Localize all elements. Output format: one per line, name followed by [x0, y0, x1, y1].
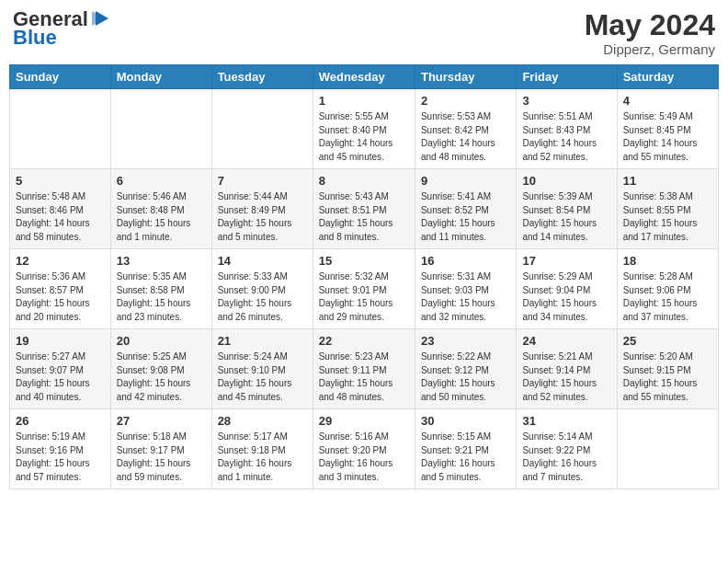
day-info: Sunrise: 5:33 AMSunset: 9:00 PMDaylight:… — [218, 270, 307, 324]
day-info: Sunrise: 5:23 AMSunset: 9:11 PMDaylight:… — [319, 350, 409, 404]
calendar-cell: 14Sunrise: 5:33 AMSunset: 9:00 PMDayligh… — [211, 249, 313, 329]
calendar-cell: 29Sunrise: 5:16 AMSunset: 9:20 PMDayligh… — [313, 409, 415, 489]
logo: General Blue — [13, 9, 110, 50]
day-info: Sunrise: 5:29 AMSunset: 9:04 PMDaylight:… — [522, 270, 610, 324]
week-row-2: 5Sunrise: 5:48 AMSunset: 8:46 PMDaylight… — [10, 169, 719, 249]
day-number: 11 — [623, 174, 712, 188]
day-info: Sunrise: 5:36 AMSunset: 8:57 PMDaylight:… — [16, 270, 105, 324]
day-info: Sunrise: 5:35 AMSunset: 8:58 PMDaylight:… — [117, 270, 206, 324]
day-info: Sunrise: 5:20 AMSunset: 9:15 PMDaylight:… — [623, 350, 712, 404]
week-row-1: 1Sunrise: 5:55 AMSunset: 8:40 PMDaylight… — [10, 89, 719, 169]
day-info: Sunrise: 5:22 AMSunset: 9:12 PMDaylight:… — [421, 350, 510, 404]
weekday-header-row: SundayMondayTuesdayWednesdayThursdayFrid… — [10, 65, 719, 89]
week-row-5: 26Sunrise: 5:19 AMSunset: 9:16 PMDayligh… — [10, 409, 719, 489]
calendar-cell: 22Sunrise: 5:23 AMSunset: 9:11 PMDayligh… — [313, 329, 415, 409]
day-number: 12 — [16, 254, 105, 268]
weekday-header-sunday: Sunday — [10, 65, 111, 89]
weekday-header-tuesday: Tuesday — [211, 65, 313, 89]
calendar-cell: 30Sunrise: 5:15 AMSunset: 9:21 PMDayligh… — [415, 409, 516, 489]
day-info: Sunrise: 5:18 AMSunset: 9:17 PMDaylight:… — [117, 431, 206, 484]
calendar-cell: 27Sunrise: 5:18 AMSunset: 9:17 PMDayligh… — [110, 409, 211, 489]
location: Dipperz, Germany — [585, 41, 715, 57]
logo-blue: Blue — [13, 26, 57, 50]
day-number: 3 — [522, 94, 610, 108]
day-info: Sunrise: 5:27 AMSunset: 9:07 PMDaylight:… — [16, 350, 105, 404]
day-number: 19 — [16, 334, 105, 348]
calendar-cell: 2Sunrise: 5:53 AMSunset: 8:42 PMDaylight… — [415, 89, 516, 169]
calendar-cell: 9Sunrise: 5:41 AMSunset: 8:52 PMDaylight… — [415, 169, 516, 249]
day-number: 20 — [117, 334, 206, 348]
day-number: 13 — [117, 254, 206, 268]
calendar-cell: 15Sunrise: 5:32 AMSunset: 9:01 PMDayligh… — [313, 249, 415, 329]
calendar-cell: 24Sunrise: 5:21 AMSunset: 9:14 PMDayligh… — [517, 329, 617, 409]
calendar-cell — [617, 409, 718, 489]
day-info: Sunrise: 5:53 AMSunset: 8:42 PMDaylight:… — [421, 110, 510, 164]
calendar-cell — [211, 89, 313, 169]
day-info: Sunrise: 5:14 AMSunset: 9:22 PMDaylight:… — [522, 431, 610, 484]
day-info: Sunrise: 5:19 AMSunset: 9:16 PMDaylight:… — [16, 431, 105, 484]
calendar-cell: 18Sunrise: 5:28 AMSunset: 9:06 PMDayligh… — [617, 249, 718, 329]
day-info: Sunrise: 5:24 AMSunset: 9:10 PMDaylight:… — [218, 350, 307, 404]
day-number: 29 — [319, 414, 409, 428]
calendar-cell: 26Sunrise: 5:19 AMSunset: 9:16 PMDayligh… — [10, 409, 111, 489]
calendar-cell: 1Sunrise: 5:55 AMSunset: 8:40 PMDaylight… — [313, 89, 415, 169]
day-info: Sunrise: 5:38 AMSunset: 8:55 PMDaylight:… — [623, 190, 712, 244]
day-number: 6 — [117, 174, 206, 188]
week-row-4: 19Sunrise: 5:27 AMSunset: 9:07 PMDayligh… — [10, 329, 719, 409]
weekday-header-monday: Monday — [110, 65, 211, 89]
day-info: Sunrise: 5:17 AMSunset: 9:18 PMDaylight:… — [218, 431, 307, 484]
calendar-cell: 13Sunrise: 5:35 AMSunset: 8:58 PMDayligh… — [110, 249, 211, 329]
day-info: Sunrise: 5:51 AMSunset: 8:43 PMDaylight:… — [522, 110, 610, 164]
day-info: Sunrise: 5:21 AMSunset: 9:14 PMDaylight:… — [522, 350, 610, 404]
day-number: 22 — [319, 334, 409, 348]
weekday-header-friday: Friday — [517, 65, 617, 89]
weekday-header-saturday: Saturday — [617, 65, 718, 89]
calendar-cell: 8Sunrise: 5:43 AMSunset: 8:51 PMDaylight… — [313, 169, 415, 249]
day-info: Sunrise: 5:39 AMSunset: 8:54 PMDaylight:… — [522, 190, 610, 244]
day-number: 8 — [319, 174, 409, 188]
calendar-cell: 31Sunrise: 5:14 AMSunset: 9:22 PMDayligh… — [517, 409, 617, 489]
calendar-cell: 19Sunrise: 5:27 AMSunset: 9:07 PMDayligh… — [10, 329, 111, 409]
calendar-cell: 11Sunrise: 5:38 AMSunset: 8:55 PMDayligh… — [617, 169, 718, 249]
calendar-cell: 25Sunrise: 5:20 AMSunset: 9:15 PMDayligh… — [617, 329, 718, 409]
calendar-cell: 16Sunrise: 5:31 AMSunset: 9:03 PMDayligh… — [415, 249, 516, 329]
day-number: 15 — [319, 254, 409, 268]
day-info: Sunrise: 5:43 AMSunset: 8:51 PMDaylight:… — [319, 190, 409, 244]
logo-icon — [90, 9, 110, 29]
week-row-3: 12Sunrise: 5:36 AMSunset: 8:57 PMDayligh… — [10, 249, 719, 329]
day-info: Sunrise: 5:28 AMSunset: 9:06 PMDaylight:… — [623, 270, 712, 324]
calendar-cell: 4Sunrise: 5:49 AMSunset: 8:45 PMDaylight… — [617, 89, 718, 169]
day-number: 23 — [421, 334, 510, 348]
day-info: Sunrise: 5:25 AMSunset: 9:08 PMDaylight:… — [117, 350, 206, 404]
calendar-cell: 5Sunrise: 5:48 AMSunset: 8:46 PMDaylight… — [10, 169, 111, 249]
title-area: May 2024 Dipperz, Germany — [585, 9, 715, 57]
calendar-cell: 23Sunrise: 5:22 AMSunset: 9:12 PMDayligh… — [415, 329, 516, 409]
month-title: May 2024 — [585, 9, 715, 41]
calendar-cell: 6Sunrise: 5:46 AMSunset: 8:48 PMDaylight… — [110, 169, 211, 249]
day-number: 26 — [16, 414, 105, 428]
day-info: Sunrise: 5:49 AMSunset: 8:45 PMDaylight:… — [623, 110, 712, 164]
day-number: 5 — [16, 174, 105, 188]
day-number: 25 — [623, 334, 712, 348]
day-number: 2 — [421, 94, 510, 108]
day-info: Sunrise: 5:46 AMSunset: 8:48 PMDaylight:… — [117, 190, 206, 244]
day-info: Sunrise: 5:48 AMSunset: 8:46 PMDaylight:… — [16, 190, 105, 244]
weekday-header-thursday: Thursday — [415, 65, 516, 89]
calendar-cell: 3Sunrise: 5:51 AMSunset: 8:43 PMDaylight… — [517, 89, 617, 169]
day-number: 30 — [421, 414, 510, 428]
calendar: SundayMondayTuesdayWednesdayThursdayFrid… — [9, 64, 719, 489]
calendar-cell: 21Sunrise: 5:24 AMSunset: 9:10 PMDayligh… — [211, 329, 313, 409]
day-number: 4 — [623, 94, 712, 108]
day-info: Sunrise: 5:15 AMSunset: 9:21 PMDaylight:… — [421, 431, 510, 484]
calendar-cell: 20Sunrise: 5:25 AMSunset: 9:08 PMDayligh… — [110, 329, 211, 409]
calendar-cell: 7Sunrise: 5:44 AMSunset: 8:49 PMDaylight… — [211, 169, 313, 249]
day-number: 1 — [319, 94, 409, 108]
day-number: 17 — [522, 254, 610, 268]
day-info: Sunrise: 5:32 AMSunset: 9:01 PMDaylight:… — [319, 270, 409, 324]
calendar-cell — [10, 89, 111, 169]
day-number: 21 — [218, 334, 307, 348]
calendar-cell: 10Sunrise: 5:39 AMSunset: 8:54 PMDayligh… — [517, 169, 617, 249]
calendar-cell: 17Sunrise: 5:29 AMSunset: 9:04 PMDayligh… — [517, 249, 617, 329]
weekday-header-wednesday: Wednesday — [313, 65, 415, 89]
day-info: Sunrise: 5:55 AMSunset: 8:40 PMDaylight:… — [319, 110, 409, 164]
